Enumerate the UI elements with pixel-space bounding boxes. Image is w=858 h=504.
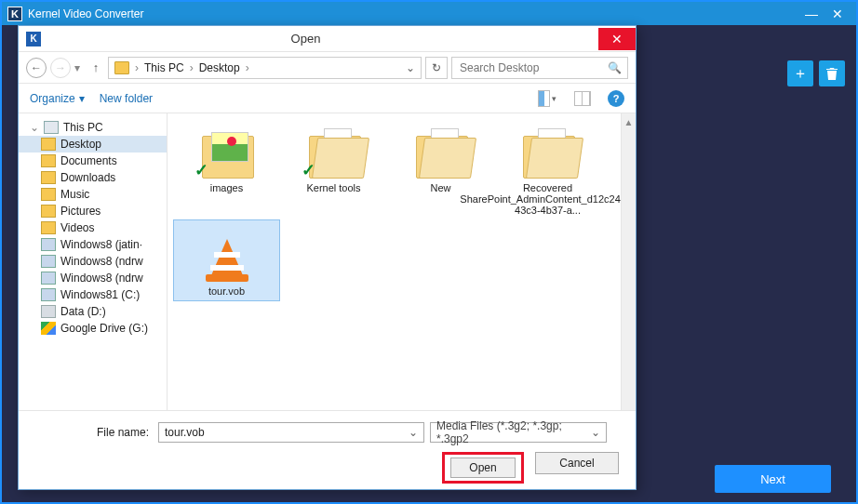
open-highlight: Open	[442, 452, 524, 484]
tree-item[interactable]: Data (D:)	[19, 303, 167, 320]
tree-item-label: Data (D:)	[60, 305, 106, 318]
chevron-down-icon: ▾	[552, 94, 556, 103]
item-label: Recovered SharePoint_AdminContent_d12c24…	[460, 182, 621, 216]
folder-icon	[41, 205, 56, 218]
tree-item-label: Downloads	[60, 171, 115, 184]
folder-item[interactable]: ✓Kernel tools	[280, 123, 387, 219]
filename-value: tour.vob	[165, 426, 205, 439]
dialog-close-button[interactable]: ✕	[598, 28, 636, 50]
tree-item-label: Videos	[60, 221, 94, 234]
search-box[interactable]: 🔍	[451, 57, 628, 79]
breadcrumb-folder[interactable]: Desktop	[199, 61, 240, 74]
layout-panel-button[interactable]	[572, 89, 593, 108]
chevron-down-icon[interactable]: ⌄	[591, 426, 600, 439]
tree-item[interactable]: Windows8 (ndrw	[19, 270, 167, 286]
item-label: images	[210, 182, 243, 193]
next-button[interactable]: Next	[715, 465, 831, 493]
net-icon	[41, 255, 56, 268]
folder-item[interactable]: ✓images	[173, 123, 280, 219]
folder-item[interactable]: Recovered SharePoint_AdminContent_d12c24…	[494, 123, 601, 219]
net-icon	[41, 288, 56, 301]
nav-history-dropdown[interactable]: ▾	[74, 61, 84, 74]
tree-label: This PC	[63, 121, 103, 134]
tree-root-this-pc[interactable]: ⌄ This PC	[19, 119, 167, 136]
file-grid[interactable]: ✓images✓Kernel toolsNewRecovered SharePo…	[168, 113, 621, 410]
view-mode-button[interactable]: ▾	[537, 89, 557, 108]
chevron-right-icon: ›	[133, 61, 141, 74]
tree-item[interactable]: Windows81 (C:)	[19, 286, 167, 303]
refresh-button[interactable]: ↻	[425, 57, 448, 79]
folder-icon	[519, 126, 577, 179]
folder-icon	[41, 171, 56, 184]
new-folder-button[interactable]: New folder	[100, 92, 153, 105]
tree-item[interactable]: Desktop	[19, 136, 167, 153]
check-icon: ✓	[302, 160, 315, 180]
tree-item[interactable]: Windows8 (ndrw	[19, 253, 167, 270]
chevron-right-icon: ›	[244, 61, 251, 74]
dialog-toolbar: Organize ▾ New folder ▾ ?	[19, 84, 636, 113]
gd-icon	[41, 322, 56, 335]
folder-icon	[41, 221, 56, 234]
filetype-value: Media Files (*.3g2; *.3gp; *.3gp2	[436, 419, 591, 445]
tree-item[interactable]: Documents	[19, 153, 167, 169]
chevron-down-icon: ▾	[79, 92, 85, 105]
tree-item-label: Windows8 (jatin·	[60, 238, 142, 251]
filetype-combo[interactable]: Media Files (*.3g2; *.3gp; *.3gp2 ⌄	[430, 422, 607, 443]
filename-label: File name:	[28, 426, 153, 439]
filename-row: File name: tour.vob ⌄ Media Files (*.3g2…	[28, 422, 626, 443]
tree-item[interactable]: Google Drive (G:)	[19, 320, 167, 337]
tree-item[interactable]: Downloads	[19, 169, 167, 186]
chevron-down-icon[interactable]: ⌄	[409, 426, 418, 439]
item-label: tour.vob	[208, 285, 245, 297]
app-logo-icon: K	[7, 7, 22, 21]
scrollbar[interactable]: ▲	[621, 113, 636, 410]
organize-label: Organize	[30, 92, 75, 105]
nav-back-button[interactable]: ←	[26, 58, 47, 78]
tree-item-label: Windows8 (ndrw	[60, 272, 143, 285]
organize-menu[interactable]: Organize ▾	[30, 92, 85, 105]
tree-item-label: Music	[60, 188, 89, 201]
net-icon	[41, 272, 56, 285]
dialog-title: Open	[50, 32, 561, 46]
minimize-button[interactable]: —	[798, 5, 824, 23]
pc-icon	[44, 121, 59, 134]
tree-item-label: Windows81 (C:)	[60, 288, 140, 301]
file-item[interactable]: tour.vob	[173, 219, 280, 301]
tree-item[interactable]: Videos	[19, 219, 167, 236]
folder-icon	[412, 126, 470, 179]
tree-item[interactable]: Music	[19, 186, 167, 203]
tree-item[interactable]: Windows8 (jatin·	[19, 236, 167, 253]
net-icon	[41, 238, 56, 251]
help-button[interactable]: ?	[608, 90, 624, 107]
vlc-icon	[202, 224, 252, 282]
dialog-nav: ← → ▾ ↑ › This PC › Desktop › ⌄ ↻ 🔍	[19, 52, 636, 84]
dialog-main: ⌄ This PC DesktopDocumentsDownloadsMusic…	[19, 113, 636, 411]
search-input[interactable]	[458, 60, 608, 75]
scroll-up-icon[interactable]: ▲	[624, 117, 634, 127]
button-row: Open Cancel	[28, 452, 626, 484]
tree-item-label: Pictures	[60, 205, 101, 218]
app-titlebar: K Kernel Video Converter — ✕	[2, 2, 856, 25]
filename-combo[interactable]: tour.vob ⌄	[158, 422, 424, 443]
view-icon	[538, 90, 550, 107]
breadcrumb-root[interactable]: This PC	[144, 61, 184, 74]
trash-icon	[825, 66, 838, 81]
expander-icon[interactable]: ⌄	[30, 121, 39, 134]
folder-icon	[114, 61, 129, 74]
drive-icon	[41, 305, 56, 318]
cancel-button[interactable]: Cancel	[535, 452, 619, 474]
breadcrumb[interactable]: › This PC › Desktop › ⌄	[108, 57, 422, 79]
close-app-button[interactable]: ✕	[824, 5, 851, 23]
add-file-button[interactable]: ＋	[787, 60, 813, 86]
dialog-titlebar: K Open ✕	[19, 26, 636, 52]
nav-forward-button[interactable]: →	[50, 58, 71, 78]
breadcrumb-dropdown[interactable]: ⌄	[406, 61, 415, 74]
open-button[interactable]: Open	[450, 458, 516, 478]
app-title: Kernel Video Converter	[28, 7, 798, 20]
app-right-toolbar: ＋	[787, 60, 845, 86]
tree-item[interactable]: Pictures	[19, 203, 167, 219]
folder-icon	[41, 138, 56, 151]
delete-button[interactable]	[819, 60, 845, 86]
tree-item-label: Google Drive (G:)	[60, 322, 148, 335]
nav-up-button[interactable]: ↑	[87, 60, 104, 74]
